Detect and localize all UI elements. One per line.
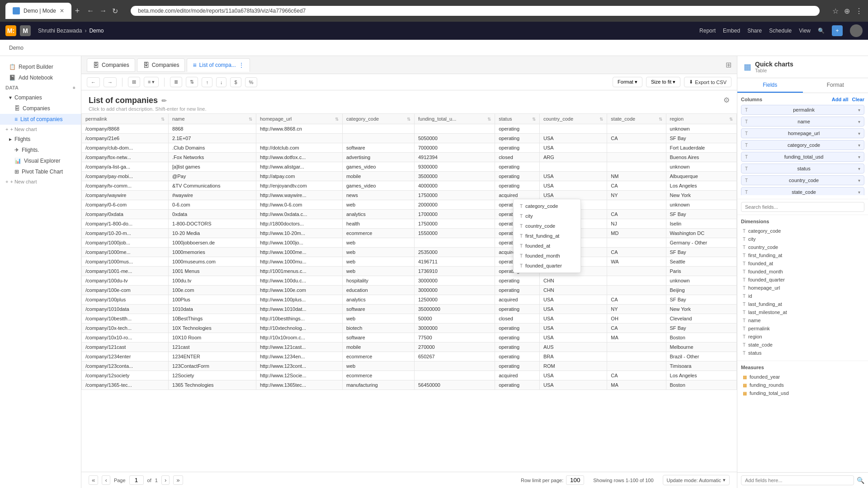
- dimension-item[interactable]: Tcategory_code: [741, 227, 864, 235]
- align-btn[interactable]: ≣: [170, 77, 182, 87]
- dollar-btn[interactable]: $: [230, 77, 241, 87]
- col-header-status[interactable]: status⇅: [495, 114, 540, 124]
- sidebar-companies-item[interactable]: 🗄 Companies: [0, 103, 81, 114]
- nav-embed[interactable]: Embed: [723, 28, 740, 34]
- nav-avatar[interactable]: [850, 24, 863, 37]
- tab-companies-1[interactable]: 🗄 Companies: [87, 58, 135, 72]
- sort-icon[interactable]: ⇅: [335, 117, 339, 122]
- col-header-country-code[interactable]: country_code⇅: [539, 114, 607, 124]
- col-header-region[interactable]: region⇅: [666, 114, 736, 124]
- col-header-state-code[interactable]: state_code⇅: [607, 114, 666, 124]
- dimension-item[interactable]: Tfirst_funding_at: [741, 251, 864, 259]
- column-chip[interactable]: Tfunding_total_usd▾: [741, 152, 864, 162]
- sort-icon[interactable]: ⇅: [407, 117, 410, 122]
- sort-desc-btn[interactable]: ↓: [216, 77, 227, 87]
- sidebar-flights-item[interactable]: ✈ Flights.: [0, 145, 81, 155]
- col-header-funding-total-u---[interactable]: funding_total_u...⇅: [414, 114, 495, 124]
- clear-btn[interactable]: Clear: [852, 97, 864, 102]
- tab-fields[interactable]: Fields: [737, 78, 803, 93]
- fields-search-input[interactable]: [741, 202, 864, 212]
- dimension-item[interactable]: Tcity: [741, 235, 864, 243]
- sidebar-flights-group[interactable]: ▸ Flights: [0, 134, 81, 145]
- format-btn[interactable]: Format ▾: [613, 77, 642, 87]
- nav-share[interactable]: Share: [747, 28, 762, 34]
- chart-settings-icon[interactable]: ⚙: [723, 96, 730, 104]
- chip-dropdown-icon[interactable]: ▾: [858, 119, 860, 124]
- column-chip[interactable]: Thomepage_url▾: [741, 128, 864, 138]
- measure-item[interactable]: ▦funding_rounds: [741, 381, 864, 389]
- dimension-item[interactable]: Thomepage_url: [741, 284, 864, 292]
- sidebar-new-chart-1[interactable]: + + New chart: [0, 125, 81, 134]
- size-to-fit-btn[interactable]: Size to fit ▾: [646, 77, 680, 87]
- chip-dropdown-icon[interactable]: ▾: [858, 155, 860, 160]
- forward-btn[interactable]: →: [99, 7, 107, 15]
- back-btn[interactable]: ←: [87, 77, 100, 87]
- tab-list[interactable]: ≡ List of compa... ⋮: [187, 58, 250, 72]
- nav-report[interactable]: Report: [699, 28, 716, 34]
- browser-tab[interactable]: Demo | Mode ✕: [5, 3, 71, 19]
- tab-close-btn[interactable]: ✕: [60, 8, 64, 14]
- chip-dropdown-icon[interactable]: ▾: [858, 166, 860, 171]
- col-header-permalink[interactable]: permalink⇅: [82, 114, 169, 124]
- page-number-input[interactable]: [129, 475, 144, 485]
- next-page-btn[interactable]: ›: [161, 475, 170, 485]
- sort-asc-btn[interactable]: ↑: [202, 77, 212, 87]
- dimension-item[interactable]: Tid: [741, 292, 864, 300]
- dimension-item[interactable]: Tcountry_code: [741, 243, 864, 251]
- add-fields-input[interactable]: [741, 475, 854, 485]
- bookmark-icon[interactable]: ☆: [832, 7, 839, 15]
- col-header-name[interactable]: name⇅: [169, 114, 256, 124]
- sort-icon[interactable]: ⇅: [161, 117, 165, 122]
- sidebar-pivot-table[interactable]: ⊞ Pivot Table Chart: [0, 166, 81, 177]
- sort-icon[interactable]: ⇅: [729, 117, 733, 122]
- sidebar-item-add-notebook[interactable]: 📓 Add Notebook: [0, 72, 81, 83]
- nav-search-icon[interactable]: 🔍: [818, 28, 825, 34]
- chip-dropdown-icon[interactable]: ▾: [858, 178, 860, 183]
- dimension-item[interactable]: Tlast_funding_at: [741, 300, 864, 308]
- sort-icon[interactable]: ⇅: [659, 117, 662, 122]
- dimension-item[interactable]: Tregion: [741, 333, 864, 341]
- sidebar-item-report-builder[interactable]: 📋 Report Builder: [0, 61, 81, 72]
- percent-btn[interactable]: %: [245, 77, 258, 87]
- menu-icon[interactable]: ⋮: [855, 7, 863, 15]
- dimension-item[interactable]: Tname: [741, 316, 864, 324]
- chart-title-edit-icon[interactable]: ✏: [161, 97, 167, 104]
- dropdown-item[interactable]: Tfounded_quarter: [514, 261, 580, 271]
- dimension-item[interactable]: Tpermalink: [741, 324, 864, 333]
- dimension-item[interactable]: Tstatus: [741, 349, 864, 357]
- refresh-btn[interactable]: ↻: [112, 7, 118, 15]
- first-page-btn[interactable]: «: [89, 475, 98, 485]
- data-add-icon[interactable]: +: [73, 85, 75, 90]
- export-csv-btn[interactable]: ⬇ Export to CSV: [684, 77, 731, 87]
- prev-page-btn[interactable]: ‹: [102, 475, 110, 485]
- dropdown-item[interactable]: Tfounded_month: [514, 251, 580, 261]
- add-all-btn[interactable]: Add all: [832, 97, 849, 102]
- col-header-category-code[interactable]: category_code⇅: [342, 114, 414, 124]
- address-bar[interactable]: beta.mode.com/editor/mode/reports/11a0a6…: [131, 6, 820, 16]
- chip-dropdown-icon[interactable]: ▾: [858, 143, 860, 148]
- chip-dropdown-icon[interactable]: ▾: [858, 131, 860, 136]
- sidebar-list-companies[interactable]: ≡ List of companies: [0, 114, 81, 125]
- dropdown-item[interactable]: Tfirst_funding_at: [514, 231, 580, 241]
- sort-icon[interactable]: ⇅: [249, 117, 252, 122]
- update-mode-btn[interactable]: Update mode: Automatic ▾: [663, 475, 730, 485]
- chip-dropdown-icon[interactable]: ▾: [858, 190, 860, 195]
- sort-icon[interactable]: ⇅: [487, 117, 491, 122]
- column-chip[interactable]: Tstate_code▾: [741, 187, 864, 195]
- column-chip[interactable]: Tpermalink▾: [741, 105, 864, 115]
- sub-nav-demo[interactable]: Demo: [5, 43, 27, 53]
- last-page-btn[interactable]: »: [173, 475, 183, 485]
- dropdown-item[interactable]: Tfounded_at: [514, 241, 580, 251]
- tab-more-icon[interactable]: ⋮: [239, 62, 244, 68]
- dimension-item[interactable]: Tfounded_quarter: [741, 276, 864, 284]
- dimension-item[interactable]: Tstate_code: [741, 341, 864, 349]
- tab-format[interactable]: Format: [803, 78, 868, 93]
- new-tab-btn[interactable]: +: [75, 6, 80, 16]
- back-btn[interactable]: ←: [87, 7, 94, 15]
- col-header-homepage-url[interactable]: homepage_url⇅: [256, 114, 342, 124]
- filter-btn[interactable]: ⇅: [186, 77, 198, 87]
- new-viz-btn[interactable]: ⊞: [726, 61, 731, 69]
- sidebar-visual-explorer[interactable]: 📊 Visual Explorer: [0, 155, 81, 166]
- sort-icon[interactable]: ⇅: [599, 117, 603, 122]
- column-chip[interactable]: Tcategory_code▾: [741, 140, 864, 150]
